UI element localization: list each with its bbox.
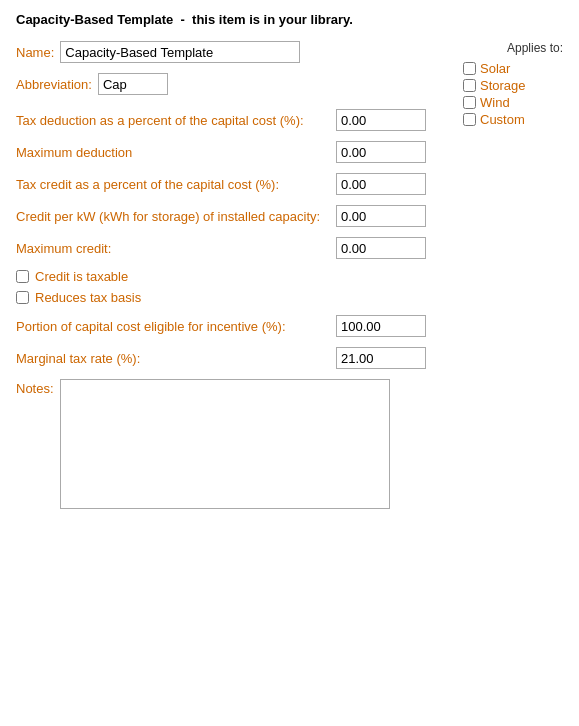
field-input-4[interactable] bbox=[336, 237, 426, 259]
checkbox-row-0: Credit is taxable bbox=[16, 269, 453, 284]
wind-label: Wind bbox=[480, 95, 510, 110]
solar-label: Solar bbox=[480, 61, 510, 76]
solar-checkbox[interactable] bbox=[463, 62, 476, 75]
reduces-tax-basis-label: Reduces tax basis bbox=[35, 290, 141, 305]
name-input[interactable] bbox=[60, 41, 300, 63]
field-row-3: Credit per kW (kWh for storage) of insta… bbox=[16, 205, 453, 227]
header-separator: - bbox=[177, 12, 192, 27]
bottom-field-row-0: Portion of capital cost eligible for inc… bbox=[16, 315, 453, 337]
header-subtitle: this item is in your library. bbox=[192, 12, 353, 27]
field-row-2: Tax credit as a percent of the capital c… bbox=[16, 173, 453, 195]
reduces-tax-basis-checkbox[interactable] bbox=[16, 291, 29, 304]
bottom-field-label-1: Marginal tax rate (%): bbox=[16, 351, 336, 366]
credit-taxable-checkbox[interactable] bbox=[16, 270, 29, 283]
custom-checkbox[interactable] bbox=[463, 113, 476, 126]
credit-taxable-label: Credit is taxable bbox=[35, 269, 128, 284]
field-input-0[interactable] bbox=[336, 109, 426, 131]
applies-to-custom: Custom bbox=[463, 112, 563, 127]
abbreviation-row: Abbreviation: bbox=[16, 73, 453, 95]
field-row-1: Maximum deduction bbox=[16, 141, 453, 163]
name-label: Name: bbox=[16, 45, 54, 60]
bottom-field-input-0[interactable] bbox=[336, 315, 426, 337]
field-row-0: Tax deduction as a percent of the capita… bbox=[16, 109, 453, 131]
field-row-4: Maximum credit: bbox=[16, 237, 453, 259]
notes-label: Notes: bbox=[16, 379, 54, 396]
form-area: Name: Abbreviation: Tax deduction as a p… bbox=[16, 41, 453, 509]
storage-label: Storage bbox=[480, 78, 526, 93]
storage-checkbox[interactable] bbox=[463, 79, 476, 92]
applies-to-label: Applies to: bbox=[463, 41, 563, 55]
header-title: Capacity-Based Template bbox=[16, 12, 173, 27]
checkbox-row-1: Reduces tax basis bbox=[16, 290, 453, 305]
custom-label: Custom bbox=[480, 112, 525, 127]
field-label-1: Maximum deduction bbox=[16, 145, 336, 160]
abbreviation-input[interactable] bbox=[98, 73, 168, 95]
field-label-0: Tax deduction as a percent of the capita… bbox=[16, 113, 336, 128]
field-label-4: Maximum credit: bbox=[16, 241, 336, 256]
bottom-field-input-1[interactable] bbox=[336, 347, 426, 369]
applies-to-wind: Wind bbox=[463, 95, 563, 110]
applies-to-storage: Storage bbox=[463, 78, 563, 93]
page-header: Capacity-Based Template - this item is i… bbox=[16, 12, 563, 27]
wind-checkbox[interactable] bbox=[463, 96, 476, 109]
field-input-3[interactable] bbox=[336, 205, 426, 227]
field-label-3: Credit per kW (kWh for storage) of insta… bbox=[16, 209, 336, 224]
notes-row: Notes: bbox=[16, 379, 453, 509]
abbreviation-label: Abbreviation: bbox=[16, 77, 92, 92]
field-input-2[interactable] bbox=[336, 173, 426, 195]
notes-textarea[interactable] bbox=[60, 379, 390, 509]
applies-to-checkboxes: Solar Storage Wind Custom bbox=[463, 61, 563, 127]
field-label-2: Tax credit as a percent of the capital c… bbox=[16, 177, 336, 192]
bottom-field-row-1: Marginal tax rate (%): bbox=[16, 347, 453, 369]
field-input-1[interactable] bbox=[336, 141, 426, 163]
name-row: Name: bbox=[16, 41, 453, 63]
applies-to-area: Applies to: Solar Storage Wind Custom bbox=[453, 41, 563, 509]
applies-to-solar: Solar bbox=[463, 61, 563, 76]
bottom-field-label-0: Portion of capital cost eligible for inc… bbox=[16, 319, 336, 334]
